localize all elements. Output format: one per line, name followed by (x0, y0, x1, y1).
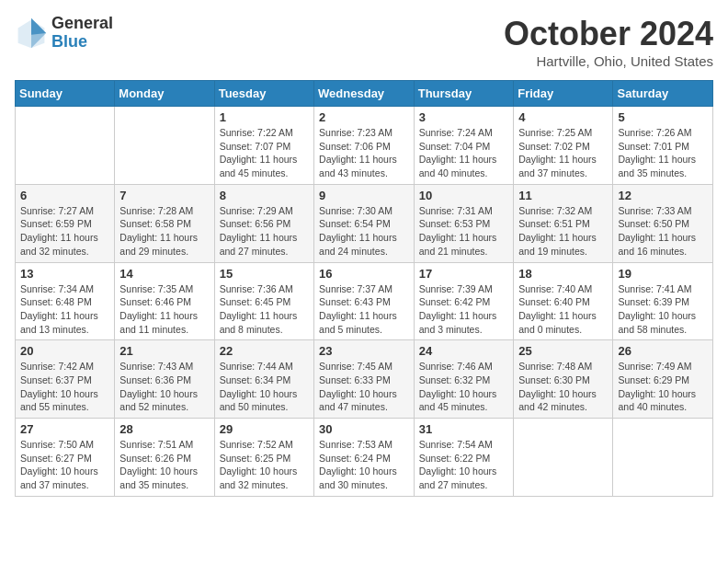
calendar-cell: 16Sunrise: 7:37 AM Sunset: 6:43 PM Dayli… (314, 262, 415, 340)
day-info: Sunrise: 7:41 AM Sunset: 6:39 PM Dayligh… (618, 282, 708, 337)
calendar-cell (16, 107, 115, 185)
calendar-cell: 11Sunrise: 7:32 AM Sunset: 6:51 PM Dayli… (514, 184, 613, 262)
month-title: October 2024 (504, 15, 713, 53)
calendar-cell: 25Sunrise: 7:48 AM Sunset: 6:30 PM Dayli… (514, 340, 613, 419)
calendar-cell: 14Sunrise: 7:35 AM Sunset: 6:46 PM Dayli… (115, 262, 214, 340)
week-row-2: 6Sunrise: 7:27 AM Sunset: 6:59 PM Daylig… (16, 184, 713, 262)
calendar-cell: 28Sunrise: 7:51 AM Sunset: 6:26 PM Dayli… (115, 419, 214, 497)
day-number: 7 (119, 189, 209, 202)
day-info: Sunrise: 7:42 AM Sunset: 6:37 PM Dayligh… (20, 360, 109, 414)
day-info: Sunrise: 7:49 AM Sunset: 6:29 PM Dayligh… (618, 360, 708, 414)
week-row-5: 27Sunrise: 7:50 AM Sunset: 6:27 PM Dayli… (16, 419, 713, 497)
day-number: 25 (518, 344, 608, 358)
day-info: Sunrise: 7:37 AM Sunset: 6:43 PM Dayligh… (319, 282, 409, 337)
calendar-cell: 31Sunrise: 7:54 AM Sunset: 6:22 PM Dayli… (414, 419, 513, 497)
day-number: 1 (220, 110, 309, 124)
calendar-cell: 19Sunrise: 7:41 AM Sunset: 6:39 PM Dayli… (613, 262, 713, 340)
calendar-cell: 8Sunrise: 7:29 AM Sunset: 6:56 PM Daylig… (214, 184, 313, 262)
calendar-header-row: Sunday Monday Tuesday Wednesday Thursday… (16, 81, 713, 107)
day-number: 2 (319, 110, 409, 124)
day-number: 15 (220, 267, 309, 281)
calendar-cell: 23Sunrise: 7:45 AM Sunset: 6:33 PM Dayli… (314, 340, 415, 419)
day-number: 19 (618, 267, 708, 281)
day-info: Sunrise: 7:32 AM Sunset: 6:51 PM Dayligh… (518, 204, 608, 259)
calendar-cell: 6Sunrise: 7:27 AM Sunset: 6:59 PM Daylig… (16, 184, 115, 262)
calendar-cell: 12Sunrise: 7:33 AM Sunset: 6:50 PM Dayli… (613, 184, 713, 262)
calendar-cell: 7Sunrise: 7:28 AM Sunset: 6:58 PM Daylig… (115, 184, 214, 262)
day-info: Sunrise: 7:31 AM Sunset: 6:53 PM Dayligh… (419, 204, 508, 259)
day-info: Sunrise: 7:52 AM Sunset: 6:25 PM Dayligh… (220, 438, 309, 492)
calendar-cell (613, 419, 713, 497)
day-info: Sunrise: 7:40 AM Sunset: 6:40 PM Dayligh… (518, 282, 608, 337)
calendar-cell: 21Sunrise: 7:43 AM Sunset: 6:36 PM Dayli… (115, 340, 214, 419)
day-info: Sunrise: 7:30 AM Sunset: 6:54 PM Dayligh… (319, 204, 409, 259)
day-number: 23 (319, 344, 409, 358)
calendar-cell: 15Sunrise: 7:36 AM Sunset: 6:45 PM Dayli… (214, 262, 313, 340)
day-info: Sunrise: 7:27 AM Sunset: 6:59 PM Dayligh… (20, 204, 109, 259)
calendar-cell (115, 107, 214, 185)
day-number: 18 (518, 267, 608, 281)
day-number: 11 (518, 189, 608, 202)
calendar-cell: 5Sunrise: 7:26 AM Sunset: 7:01 PM Daylig… (613, 107, 713, 185)
calendar-cell: 9Sunrise: 7:30 AM Sunset: 6:54 PM Daylig… (314, 184, 415, 262)
col-sunday: Sunday (16, 81, 115, 107)
day-info: Sunrise: 7:28 AM Sunset: 6:58 PM Dayligh… (119, 204, 209, 259)
calendar-cell: 22Sunrise: 7:44 AM Sunset: 6:34 PM Dayli… (214, 340, 313, 419)
calendar-cell: 24Sunrise: 7:46 AM Sunset: 6:32 PM Dayli… (414, 340, 513, 419)
calendar-cell: 29Sunrise: 7:52 AM Sunset: 6:25 PM Dayli… (214, 419, 313, 497)
logo-icon (15, 17, 48, 50)
calendar-cell: 27Sunrise: 7:50 AM Sunset: 6:27 PM Dayli… (16, 419, 115, 497)
day-number: 12 (618, 189, 708, 202)
day-info: Sunrise: 7:53 AM Sunset: 6:24 PM Dayligh… (319, 438, 409, 492)
day-number: 22 (220, 344, 309, 358)
week-row-4: 20Sunrise: 7:42 AM Sunset: 6:37 PM Dayli… (16, 340, 713, 419)
calendar-cell: 20Sunrise: 7:42 AM Sunset: 6:37 PM Dayli… (16, 340, 115, 419)
day-number: 13 (20, 267, 109, 281)
calendar-table: Sunday Monday Tuesday Wednesday Thursday… (15, 80, 713, 497)
day-info: Sunrise: 7:46 AM Sunset: 6:32 PM Dayligh… (419, 360, 508, 414)
day-number: 30 (319, 422, 409, 436)
day-number: 6 (20, 189, 109, 202)
calendar-cell: 1Sunrise: 7:22 AM Sunset: 7:07 PM Daylig… (214, 107, 313, 185)
calendar-cell: 18Sunrise: 7:40 AM Sunset: 6:40 PM Dayli… (514, 262, 613, 340)
calendar-cell (514, 419, 613, 497)
day-number: 14 (119, 267, 209, 281)
day-info: Sunrise: 7:29 AM Sunset: 6:56 PM Dayligh… (220, 204, 309, 259)
col-tuesday: Tuesday (214, 81, 313, 107)
calendar-cell: 10Sunrise: 7:31 AM Sunset: 6:53 PM Dayli… (414, 184, 513, 262)
day-number: 8 (220, 189, 309, 202)
svg-marker-2 (31, 18, 46, 35)
logo-text: General Blue (51, 15, 113, 52)
col-thursday: Thursday (414, 81, 513, 107)
day-number: 9 (319, 189, 409, 202)
day-number: 10 (419, 189, 508, 202)
week-row-3: 13Sunrise: 7:34 AM Sunset: 6:48 PM Dayli… (16, 262, 713, 340)
day-number: 26 (618, 344, 708, 358)
day-info: Sunrise: 7:54 AM Sunset: 6:22 PM Dayligh… (419, 438, 508, 492)
col-friday: Friday (514, 81, 613, 107)
day-info: Sunrise: 7:36 AM Sunset: 6:45 PM Dayligh… (220, 282, 309, 337)
day-info: Sunrise: 7:34 AM Sunset: 6:48 PM Dayligh… (20, 282, 109, 337)
week-row-1: 1Sunrise: 7:22 AM Sunset: 7:07 PM Daylig… (16, 107, 713, 185)
day-number: 27 (20, 422, 109, 436)
col-saturday: Saturday (613, 81, 713, 107)
location: Hartville, Ohio, United States (504, 53, 713, 69)
day-info: Sunrise: 7:45 AM Sunset: 6:33 PM Dayligh… (319, 360, 409, 414)
day-number: 21 (119, 344, 209, 358)
day-info: Sunrise: 7:26 AM Sunset: 7:01 PM Dayligh… (618, 126, 708, 180)
day-info: Sunrise: 7:44 AM Sunset: 6:34 PM Dayligh… (220, 360, 309, 414)
day-info: Sunrise: 7:23 AM Sunset: 7:06 PM Dayligh… (319, 126, 409, 180)
day-info: Sunrise: 7:22 AM Sunset: 7:07 PM Dayligh… (220, 126, 309, 180)
calendar-cell: 3Sunrise: 7:24 AM Sunset: 7:04 PM Daylig… (414, 107, 513, 185)
day-info: Sunrise: 7:33 AM Sunset: 6:50 PM Dayligh… (618, 204, 708, 259)
day-info: Sunrise: 7:48 AM Sunset: 6:30 PM Dayligh… (518, 360, 608, 414)
logo-general: General (51, 15, 113, 33)
calendar-cell: 26Sunrise: 7:49 AM Sunset: 6:29 PM Dayli… (613, 340, 713, 419)
day-number: 4 (518, 110, 608, 124)
day-number: 31 (419, 422, 508, 436)
day-number: 3 (419, 110, 508, 124)
day-info: Sunrise: 7:24 AM Sunset: 7:04 PM Dayligh… (419, 126, 508, 180)
logo: General Blue (15, 15, 113, 52)
page-header: General Blue October 2024 Hartville, Ohi… (15, 15, 713, 69)
col-wednesday: Wednesday (314, 81, 415, 107)
